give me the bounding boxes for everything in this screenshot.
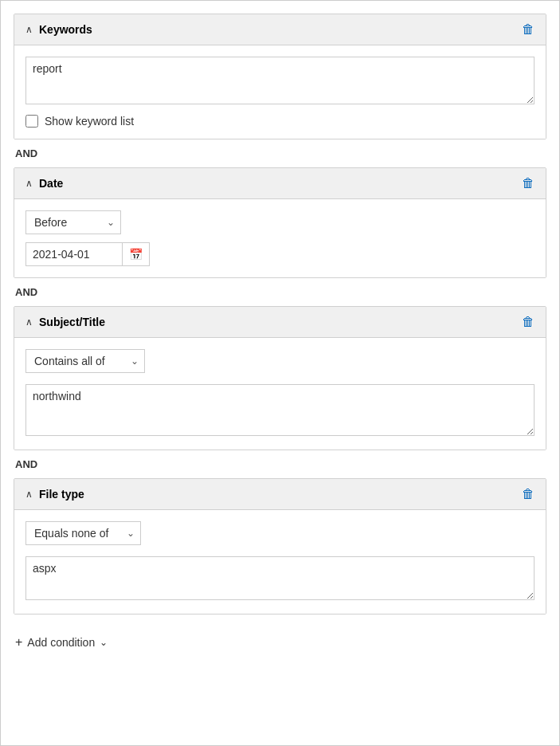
keywords-textarea[interactable]: report (25, 57, 535, 104)
subject-header-left: ∧ Subject/Title (25, 316, 105, 328)
date-header: ∧ Date 🗑 (14, 168, 546, 199)
date-dropdown-container: Before After On Between ⌄ (25, 210, 121, 234)
and-separator-2: AND (14, 278, 546, 306)
and-separator-1: AND (14, 139, 546, 167)
date-dropdown[interactable]: Before After On Between (25, 210, 121, 234)
subject-textarea[interactable]: northwind (25, 384, 535, 436)
subject-dropdown-row: Contains all of Contains any of Equals D… (25, 349, 535, 373)
subject-dropdown[interactable]: Contains all of Contains any of Equals D… (25, 349, 145, 373)
date-card: ∧ Date 🗑 Before After On Between ⌄ (14, 167, 546, 278)
and-separator-3: AND (14, 450, 546, 478)
keywords-delete-icon[interactable]: 🗑 (522, 22, 535, 37)
date-body: Before After On Between ⌄ 📅 (14, 199, 546, 277)
filetype-delete-icon[interactable]: 🗑 (522, 487, 535, 501)
subject-delete-icon[interactable]: 🗑 (522, 315, 535, 329)
subject-card: ∧ Subject/Title 🗑 Contains all of Contai… (14, 306, 546, 450)
keywords-header: ∧ Keywords 🗑 (14, 14, 546, 45)
date-input-wrapper: 📅 (25, 242, 150, 266)
keywords-body: report Show keyword list (14, 45, 546, 139)
add-condition-label: Add condition (27, 636, 95, 649)
keywords-chevron-icon: ∧ (25, 24, 33, 35)
keywords-card: ∧ Keywords 🗑 report Show keyword list (14, 14, 546, 139)
filetype-header-left: ∧ File type (25, 488, 84, 501)
date-input[interactable] (26, 243, 122, 265)
keywords-title: Keywords (39, 23, 92, 36)
filetype-title: File type (39, 488, 84, 501)
subject-header: ∧ Subject/Title 🗑 (14, 307, 546, 338)
date-input-row: 📅 (25, 242, 535, 266)
add-condition-row[interactable]: + Add condition ⌄ (14, 627, 546, 658)
show-keyword-label: Show keyword list (45, 115, 134, 128)
subject-body: Contains all of Contains any of Equals D… (14, 338, 546, 450)
date-delete-icon[interactable]: 🗑 (522, 176, 535, 190)
filetype-header: ∧ File type 🗑 (14, 479, 546, 510)
page-container: ∧ Keywords 🗑 report Show keyword list AN… (0, 0, 560, 746)
filetype-card: ∧ File type 🗑 Equals none of Equals Cont… (14, 478, 546, 614)
filetype-dropdown-row: Equals none of Equals Contains ⌄ (25, 521, 535, 545)
calendar-icon-button[interactable]: 📅 (122, 243, 149, 265)
filetype-chevron-icon: ∧ (25, 489, 33, 500)
filetype-textarea[interactable]: aspx (25, 556, 535, 600)
keywords-header-left: ∧ Keywords (25, 23, 92, 36)
filetype-body: Equals none of Equals Contains ⌄ aspx (14, 510, 546, 614)
show-keyword-checkbox[interactable] (25, 115, 38, 128)
add-condition-chevron-icon: ⌄ (100, 637, 108, 648)
subject-dropdown-container: Contains all of Contains any of Equals D… (25, 349, 145, 373)
date-chevron-icon: ∧ (25, 178, 33, 189)
subject-chevron-icon: ∧ (25, 316, 33, 328)
filetype-dropdown-container: Equals none of Equals Contains ⌄ (25, 521, 141, 545)
date-title: Date (39, 177, 63, 190)
subject-title: Subject/Title (39, 316, 105, 328)
date-dropdown-row: Before After On Between ⌄ (25, 210, 535, 234)
add-condition-plus-icon: + (15, 635, 22, 650)
filetype-dropdown[interactable]: Equals none of Equals Contains (25, 521, 141, 545)
show-keyword-row: Show keyword list (25, 115, 535, 128)
date-header-left: ∧ Date (25, 177, 63, 190)
